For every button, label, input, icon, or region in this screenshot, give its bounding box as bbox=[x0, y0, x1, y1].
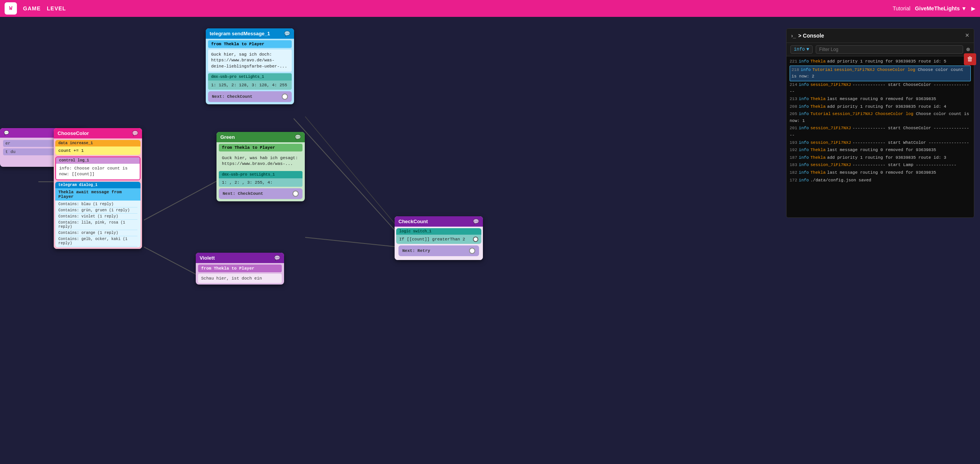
next-block: Next: CheckCount bbox=[208, 91, 292, 102]
log-line: 183infosession_7iFi7NXJ------------- sta… bbox=[790, 161, 971, 169]
dmx-value: 1: 125, 2: 128, 3: 128, 4: 255 bbox=[208, 81, 292, 90]
console-header: ›_ > Console × bbox=[787, 29, 974, 43]
node-checkcount: CheckCount 💬 logic switch_1 If [[count]]… bbox=[395, 216, 483, 260]
log-line: 221infoTheklaadd priority 1 routing for … bbox=[790, 58, 971, 66]
log-line: 218infoTutorialsession_7iFi7NXJ ChooseCo… bbox=[790, 66, 971, 81]
log-line: 205infoTutorialsession_7iFi7NXJ ChooseCo… bbox=[790, 110, 971, 125]
log-level-dropdown[interactable]: info ▼ bbox=[790, 45, 813, 54]
comment-icon[interactable]: 💬 bbox=[274, 255, 280, 261]
tutorial-label: Tutorial bbox=[892, 5, 910, 12]
terminal-icon[interactable]: ▶ bbox=[971, 4, 975, 13]
chevron-down-icon: ▼ bbox=[806, 47, 809, 52]
next-connector[interactable] bbox=[469, 248, 475, 254]
from-block: from Thekla to Player bbox=[208, 40, 292, 48]
comment-icon[interactable]: 💬 bbox=[284, 31, 290, 36]
node-green-title: Green bbox=[220, 134, 235, 140]
dialog-item: Contains: violet (1 reply) bbox=[58, 214, 137, 220]
svg-line-1 bbox=[144, 178, 223, 220]
node-violett-header: Violett 💬 bbox=[196, 253, 284, 263]
node-top-telegram-title: telegram sendMessage_1 bbox=[210, 31, 270, 36]
next-block: Next: CheckCount bbox=[219, 188, 302, 199]
log-line: 213infoTheklalast message routing 0 remo… bbox=[790, 95, 971, 103]
chevron-down-icon: ▼ bbox=[961, 5, 967, 12]
comment-icon[interactable]: 💬 bbox=[473, 219, 479, 224]
comment-icon[interactable]: 💬 bbox=[132, 130, 138, 136]
control-log-block: control log_1 info: Choose color count i… bbox=[55, 156, 140, 180]
top-navigation: W GAME LEVEL Tutorial GiveMeTheLights ▼ … bbox=[0, 0, 980, 17]
node-violett-title: Violett bbox=[200, 255, 215, 261]
node-violett: Violett 💬 from Thekla to Player Schau hi… bbox=[196, 253, 284, 285]
comment-icon[interactable]: 💬 bbox=[295, 134, 301, 140]
dialog-item: Contains: orange (1 reply) bbox=[58, 230, 137, 236]
next-connector[interactable] bbox=[293, 191, 299, 197]
dmx-section: dmx-usb-pro setLights_1 1: 125, 2: 128, … bbox=[208, 73, 292, 90]
node-choose-color: ChooseColor 💬 data increase_1 count += 1… bbox=[54, 128, 142, 249]
log-line: 172info./data/config.json saved bbox=[790, 177, 971, 184]
game-dropdown[interactable]: GiveMeTheLights ▼ bbox=[915, 5, 967, 12]
dialog-item: Contains: grün, gruen (1 reply) bbox=[58, 207, 137, 214]
node-top-telegram-header: telegram sendMessage_1 💬 bbox=[206, 28, 294, 39]
node-green-header: Green 💬 bbox=[216, 132, 305, 142]
message-block: Guck hier, was hab ich gesagt: https://w… bbox=[219, 153, 302, 169]
choose-color-header: ChooseColor 💬 bbox=[54, 128, 142, 138]
filter-log-input[interactable] bbox=[816, 45, 963, 54]
console-close-button[interactable]: × bbox=[965, 32, 969, 39]
logic-block: logic switch_1 If [[count]] greaterThan … bbox=[396, 228, 481, 244]
svg-line-0 bbox=[294, 118, 403, 239]
message-block: Schau hier, ist doch ein bbox=[198, 274, 282, 283]
log-line: 214infosession_7iFi7NXJ------------- sta… bbox=[790, 81, 971, 95]
console-panel: ›_ > Console × info ▼ ⊗ 221infoTheklaadd… bbox=[786, 28, 974, 218]
message-block: Guck hier, sag ich doch: https://www.bra… bbox=[208, 49, 292, 72]
comment-icon[interactable]: 💬 bbox=[4, 130, 9, 135]
log-line: 187infoTheklaadd priority 1 routing for … bbox=[790, 154, 971, 162]
dialog-item: Contains: gelb, ocker, kaki (1 reply) bbox=[58, 236, 137, 247]
trash-button[interactable]: 🗑 bbox=[964, 53, 976, 65]
checkcount-header: CheckCount 💬 bbox=[395, 216, 483, 227]
node-top-telegram: telegram sendMessage_1 💬 from Thekla to … bbox=[206, 28, 294, 104]
logic-value: If [[count]] greaterThan 2 bbox=[396, 235, 481, 244]
dialog-item: Contains: blau (1 reply) bbox=[58, 201, 137, 207]
log-value: info: Choose color count is now: [[count… bbox=[56, 164, 140, 179]
dialog-item: Contains: lila, pink, rosa (1 reply) bbox=[58, 220, 137, 230]
node-canvas: 💬 er t du telegram sendMessage_1 💬 from … bbox=[0, 17, 980, 464]
console-toolbar: info ▼ ⊗ bbox=[787, 43, 974, 56]
node-green: Green 💬 from Thekla to Player Guck hier,… bbox=[216, 132, 305, 201]
svg-line-2 bbox=[144, 247, 202, 278]
dialog-block: telegram dialog_1 Thekla await message f… bbox=[55, 182, 140, 247]
checkcount-body: logic switch_1 If [[count]] greaterThan … bbox=[395, 227, 483, 260]
dialog-items: Contains: blau (1 reply) Contains: grün,… bbox=[55, 201, 140, 247]
dmx-section: dmx-usb-pro setLights_1 1: , 2: , 3: 255… bbox=[219, 171, 302, 187]
nav-game[interactable]: GAME bbox=[23, 5, 41, 12]
log-line: 193infosession_7iFi7NXJ------------- sta… bbox=[790, 139, 971, 147]
from-block: from Thekla to Player bbox=[198, 265, 282, 272]
log-line: 208infoTheklaadd priority 1 routing for … bbox=[790, 103, 971, 111]
from-block: from Thekla to Player bbox=[219, 144, 302, 151]
next-block: Next: Retry bbox=[398, 245, 479, 256]
terminal-prompt-icon: ›_ bbox=[791, 33, 796, 39]
console-title: ›_ > Console bbox=[791, 33, 824, 39]
nav-level[interactable]: LEVEL bbox=[47, 5, 66, 12]
next-connector[interactable] bbox=[282, 94, 288, 100]
choose-color-title: ChooseColor bbox=[58, 130, 89, 136]
log-line: 201infosession_7iFi7NXJ------------- sta… bbox=[790, 125, 971, 139]
log-line: 182infoTheklalast message routing 0 remo… bbox=[790, 169, 971, 177]
clear-log-button[interactable]: ⊗ bbox=[966, 46, 970, 53]
svg-line-5 bbox=[305, 117, 403, 234]
svg-line-3 bbox=[305, 237, 398, 247]
log-line: 192infoTheklalast message routing 0 remo… bbox=[790, 146, 971, 154]
console-log-body[interactable]: 221infoTheklaadd priority 1 routing for … bbox=[787, 56, 974, 217]
dialog-from: Thekla await message from Player bbox=[55, 188, 140, 201]
dialog-title: telegram dialog_1 bbox=[55, 182, 140, 188]
data-value: count += 1 bbox=[55, 146, 140, 155]
logic-connector[interactable] bbox=[473, 237, 478, 242]
dmx-value: 1: , 2: , 3: 255, 4: bbox=[219, 178, 302, 187]
nav-right: Tutorial GiveMeTheLights ▼ ▶ bbox=[892, 4, 975, 13]
checkcount-title: CheckCount bbox=[398, 219, 428, 224]
app-logo[interactable]: W bbox=[5, 2, 17, 15]
data-increase-block: data increase_1 count += 1 bbox=[55, 140, 140, 155]
